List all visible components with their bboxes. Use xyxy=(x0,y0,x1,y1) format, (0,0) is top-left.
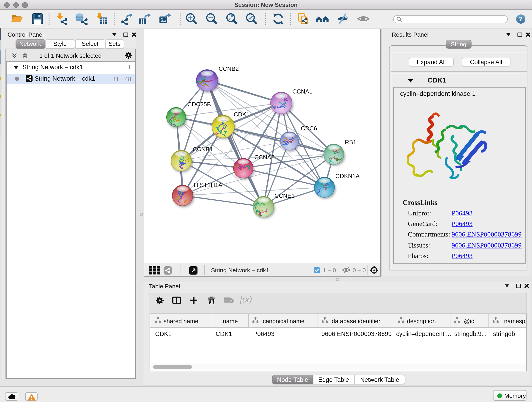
svg-text:CDC25B: CDC25B xyxy=(187,101,211,108)
svg-text:HIST1H1A: HIST1H1A xyxy=(194,181,222,188)
svg-text:CDK1: CDK1 xyxy=(234,111,249,118)
svg-text:?: ? xyxy=(519,15,523,22)
svg-text:RB1: RB1 xyxy=(345,138,356,145)
svg-text:CCNA2: CCNA2 xyxy=(254,153,274,160)
svg-text:CCNA1: CCNA1 xyxy=(292,88,312,95)
svg-text:CCNB1: CCNB1 xyxy=(192,146,213,153)
svg-text:CCNB2: CCNB2 xyxy=(218,65,239,72)
svg-text:CCNE1: CCNE1 xyxy=(274,192,294,199)
svg-text:CDC6: CDC6 xyxy=(301,125,317,132)
svg-text:CDKN1A: CDKN1A xyxy=(335,172,360,179)
